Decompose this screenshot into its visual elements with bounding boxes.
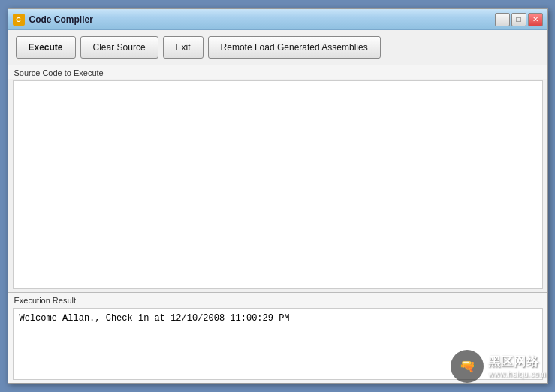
minimize-button[interactable]: _ xyxy=(495,13,510,26)
source-section: Source Code to Execute xyxy=(8,65,547,293)
result-label: Execution Result xyxy=(8,293,547,306)
toolbar: Execute Clear Source Exit Remote Load Ge… xyxy=(8,30,547,65)
source-label: Source Code to Execute xyxy=(8,65,547,79)
window-controls: _ □ ✕ xyxy=(495,13,543,26)
exit-button[interactable]: Exit xyxy=(163,36,204,59)
watermark-sub: www.heiqu.com xyxy=(488,370,546,378)
maximize-button[interactable]: □ xyxy=(511,13,526,26)
close-button[interactable]: ✕ xyxy=(528,13,543,26)
title-bar: C Code Compiler _ □ ✕ xyxy=(8,9,547,30)
watermark: 🔫 黑区网络 www.heiqu.com xyxy=(451,350,546,383)
app-icon: C xyxy=(13,14,25,26)
watermark-main: 黑区网络 xyxy=(488,354,546,370)
clear-source-button[interactable]: Clear Source xyxy=(80,36,158,59)
watermark-text: 黑区网络 www.heiqu.com xyxy=(488,354,546,378)
watermark-icon: 🔫 xyxy=(451,350,484,383)
window-title: Code Compiler xyxy=(29,14,490,25)
remote-load-button[interactable]: Remote Load Generated Assemblies xyxy=(208,36,381,59)
execute-button[interactable]: Execute xyxy=(16,36,76,59)
source-code-editor[interactable] xyxy=(13,80,543,289)
main-window: C Code Compiler _ □ ✕ Execute Clear Sour… xyxy=(8,8,548,384)
content-area: Source Code to Execute Execution Result … xyxy=(8,65,547,383)
